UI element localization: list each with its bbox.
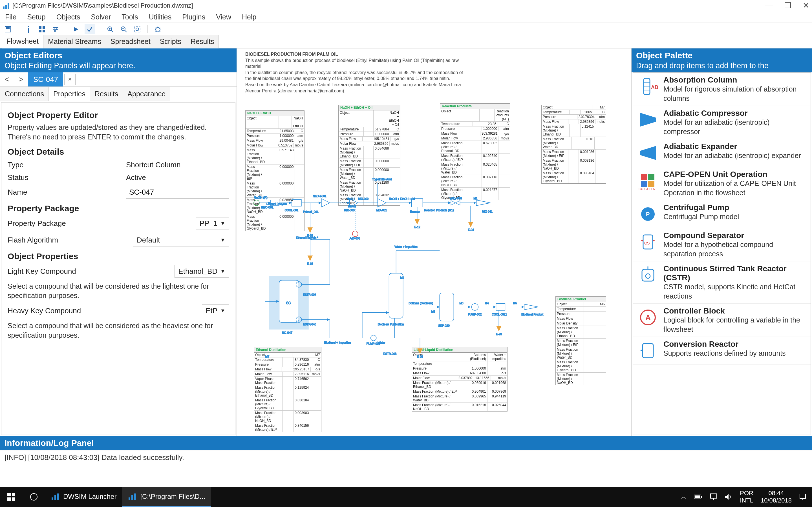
object-palette-panel: Object Palette Drag and drop items to ad…	[631, 48, 812, 436]
svg-rect-174	[132, 495, 133, 500]
lightkey-select[interactable]: Ethanol_BD▼	[174, 265, 229, 278]
tray-volume-icon[interactable]	[725, 494, 732, 500]
expander-icon	[637, 142, 659, 164]
status-value: Active	[126, 173, 229, 182]
tray-network-icon[interactable]	[710, 493, 717, 501]
info-icon[interactable]	[23, 24, 34, 34]
svg-text:NaOH-001: NaOH-001	[313, 194, 326, 198]
svg-marker-133	[497, 326, 501, 331]
nav-back-button[interactable]: <	[0, 72, 14, 87]
object-editors-header: Object Editors Object Editing Panels wil…	[0, 48, 237, 72]
check-icon[interactable]	[85, 24, 95, 34]
absorption-column-icon: AB	[637, 75, 659, 98]
menu-help[interactable]: Help	[240, 12, 259, 22]
svg-text:ESTR-040: ESTR-040	[303, 323, 316, 326]
tray-notifications-icon[interactable]	[799, 493, 806, 501]
palette-item[interactable]: ABAbsorption ColumnModel for rigorous si…	[633, 73, 811, 106]
palette-item[interactable]: AController BlockLogical block for contr…	[633, 304, 811, 337]
svg-text:E-12: E-12	[414, 226, 421, 229]
tray-language[interactable]: PORINTL	[740, 490, 753, 504]
palette-item-desc: Model for an adiabatic (isentropic) expa…	[663, 151, 801, 160]
pp-label: Property Package	[8, 219, 126, 228]
menu-tools[interactable]: Tools	[119, 12, 140, 22]
svg-text:E-09: E-09	[417, 355, 423, 358]
property-editor[interactable]: Object Property Editor Property values a…	[1, 102, 236, 435]
subtab-results[interactable]: Results	[90, 87, 123, 101]
tab-flowsheet[interactable]: Flowsheet	[2, 35, 43, 48]
svg-rect-178	[695, 496, 700, 498]
tab-material-streams[interactable]: Material Streams	[43, 35, 106, 48]
heavykey-select[interactable]: EtP▼	[202, 304, 229, 317]
svg-marker-77	[476, 200, 490, 206]
tray-clock[interactable]: 08:4410/08/2018	[761, 490, 792, 504]
taskbar-app-dwsim-file[interactable]: [C:\Program Files\D...	[122, 487, 211, 507]
taskbar-app-dwsim-launcher[interactable]: DWSIM Launcher	[45, 487, 122, 507]
pp-select[interactable]: PP_1▼	[196, 217, 229, 230]
palette-item[interactable]: CSCompound SeparatorModel for a hypothet…	[633, 228, 811, 262]
svg-text:M6: M6	[432, 310, 435, 313]
svg-text:E-04: E-04	[468, 228, 474, 231]
play-icon[interactable]	[71, 24, 81, 34]
menu-objects[interactable]: Objects	[54, 12, 83, 22]
tray-battery-icon[interactable]	[694, 494, 703, 499]
svg-marker-146	[640, 146, 656, 160]
name-input[interactable]	[126, 186, 229, 199]
minimize-button[interactable]: —	[765, 1, 773, 10]
tab-results[interactable]: Results	[186, 35, 219, 48]
main-tabs: Flowsheet Material Streams Spreadsheet S…	[0, 36, 812, 48]
svg-point-59	[352, 231, 358, 237]
settings-icon[interactable]	[50, 24, 61, 34]
svg-rect-5	[28, 26, 29, 27]
zoom-out-icon[interactable]	[119, 24, 129, 34]
svg-text:M4: M4	[485, 302, 489, 305]
svg-text:VALV-008: VALV-008	[449, 197, 462, 200]
svg-marker-145	[640, 113, 656, 127]
tab-scripts[interactable]: Scripts	[155, 35, 186, 48]
window-title: [C:\Program Files\DWSIM5\samples\Biodies…	[12, 2, 765, 9]
subtab-connections[interactable]: Connections	[0, 87, 49, 101]
property-package-heading: Property Package	[8, 204, 229, 213]
palette-list[interactable]: ABAbsorption ColumnModel for rigorous si…	[633, 72, 811, 435]
palette-item[interactable]: Conversion ReactorSupports reactions def…	[633, 337, 811, 365]
flash-select[interactable]: Default▼	[133, 234, 229, 246]
start-button[interactable]	[0, 487, 22, 507]
palette-item[interactable]: PCentrifugal PumpCentrifugal Pump model	[633, 200, 811, 228]
object-tab[interactable]: SC-047	[28, 72, 63, 87]
zoom-in-icon[interactable]	[105, 24, 115, 34]
palette-item[interactable]: Adiabatic ExpanderModel for an adiabatic…	[633, 139, 811, 167]
menu-file[interactable]: File	[3, 12, 18, 22]
grid-icon[interactable]	[37, 24, 47, 34]
subtab-appearance[interactable]: Appearance	[123, 87, 170, 101]
svg-text:COOL-0021: COOL-0021	[492, 313, 507, 316]
menu-setup[interactable]: Setup	[25, 12, 48, 22]
debug-icon[interactable]	[153, 24, 163, 34]
palette-item[interactable]: Adiabatic CompressorModel for an adiabat…	[633, 106, 811, 139]
object-tab-close[interactable]: ×	[64, 74, 75, 85]
menu-utilities[interactable]: Utilities	[147, 12, 174, 22]
menu-plugins[interactable]: Plugins	[180, 12, 207, 22]
nav-forward-button[interactable]: >	[14, 72, 28, 87]
menu-solver[interactable]: Solver	[89, 12, 113, 22]
palette-item[interactable]: CAPE-OPENCAPE-OPEN Unit OperationModel f…	[633, 167, 811, 200]
close-button[interactable]: ✕	[803, 1, 809, 10]
svg-text:M5: M5	[513, 302, 517, 305]
subtab-properties[interactable]: Properties	[49, 87, 90, 101]
cortana-button[interactable]	[22, 487, 45, 507]
svg-point-27	[156, 27, 160, 32]
type-label: Type	[8, 161, 126, 169]
cape-open-icon: CAPE-OPEN	[637, 170, 659, 192]
palette-item[interactable]: Continuous Stirred Tank Reactor (CSTR)CS…	[633, 262, 811, 304]
svg-rect-9	[39, 30, 42, 33]
svg-marker-155	[641, 239, 643, 242]
svg-rect-182	[800, 494, 806, 499]
save-icon[interactable]	[3, 24, 13, 34]
svg-text:Biodiesel + Impurities: Biodiesel + Impurities	[324, 341, 351, 344]
palette-item-desc: Model for a hypothetical compound separa…	[663, 240, 807, 258]
zoom-fit-icon[interactable]	[132, 24, 142, 34]
maximize-button[interactable]: ❐	[784, 1, 792, 10]
flowsheet-canvas[interactable]: BIODIESEL PRODUCTION FROM PALM OIL This …	[237, 48, 631, 436]
tray-chevron-up-icon[interactable]: ︿	[680, 493, 687, 501]
tab-spreadsheet[interactable]: Spreadsheet	[106, 35, 155, 48]
separator	[100, 25, 100, 33]
menu-view[interactable]: View	[214, 12, 234, 22]
